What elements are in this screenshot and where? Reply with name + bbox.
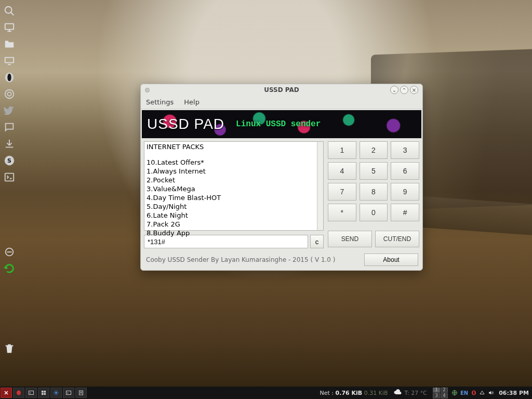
temperature: T: 27 °C bbox=[405, 390, 427, 396]
task-settings-icon[interactable] bbox=[50, 388, 62, 398]
svg-rect-20 bbox=[42, 391, 44, 393]
svg-line-1 bbox=[11, 12, 14, 16]
svg-point-31 bbox=[473, 391, 475, 395]
svg-rect-21 bbox=[44, 391, 46, 393]
response-textarea[interactable]: INTERNET PACKS 10.Latest Offers* 1.Alway… bbox=[144, 141, 324, 231]
close-button[interactable]: × bbox=[410, 86, 418, 94]
ws-3[interactable]: 3 bbox=[433, 393, 440, 398]
cut-end-button[interactable]: CUT/END bbox=[375, 231, 419, 247]
ussd-pad-window: USSD PAD ⌄ ⌃ × Settings Help USSD PAD Li… bbox=[140, 84, 423, 271]
about-button[interactable]: About bbox=[364, 254, 418, 266]
banner: USSD PAD Linux USSD sender bbox=[142, 110, 421, 138]
footer-text: Cooby USSD Sender By Layan Kumarasinghe … bbox=[146, 256, 359, 263]
task-files-icon[interactable] bbox=[38, 388, 49, 398]
globe-icon[interactable] bbox=[451, 390, 458, 396]
chat-icon[interactable] bbox=[2, 119, 17, 135]
send-button[interactable]: SEND bbox=[328, 231, 372, 247]
network-tray-icon[interactable] bbox=[479, 390, 485, 396]
task-terminal2-icon[interactable] bbox=[63, 388, 74, 398]
svg-rect-22 bbox=[42, 393, 44, 395]
key-6[interactable]: 6 bbox=[391, 162, 419, 180]
task-editor-icon[interactable] bbox=[75, 388, 87, 398]
twitter-icon[interactable] bbox=[2, 103, 17, 118]
key-2[interactable]: 2 bbox=[360, 141, 388, 159]
key-5[interactable]: 5 bbox=[360, 162, 388, 180]
refresh-icon[interactable] bbox=[2, 261, 17, 276]
skype-icon[interactable]: S bbox=[2, 153, 17, 168]
line: 8.Buddy App bbox=[147, 229, 321, 237]
svg-point-9 bbox=[5, 90, 14, 99]
clock[interactable]: 06:38 PM bbox=[499, 390, 529, 396]
svg-point-18 bbox=[17, 391, 21, 395]
net-down: 0.31 KiB bbox=[364, 390, 388, 396]
chrome-icon[interactable] bbox=[2, 86, 17, 102]
svg-point-24 bbox=[55, 392, 57, 394]
taskbar: Net : 0.76 KiB 0.31 KiB T: 27 °C 1 2 3 4… bbox=[0, 387, 532, 399]
minimize-all-icon[interactable] bbox=[2, 244, 17, 260]
svg-rect-2 bbox=[5, 24, 14, 30]
opera-icon[interactable] bbox=[2, 70, 17, 85]
ws-2[interactable]: 2 bbox=[441, 388, 448, 393]
minimize-button[interactable]: ⌄ bbox=[390, 86, 398, 94]
svg-rect-25 bbox=[66, 391, 71, 395]
svg-point-0 bbox=[5, 7, 12, 14]
volume-icon[interactable] bbox=[488, 390, 494, 396]
key-4[interactable]: 4 bbox=[328, 162, 356, 180]
svg-rect-5 bbox=[5, 58, 14, 63]
svg-point-10 bbox=[7, 92, 11, 96]
svg-rect-19 bbox=[29, 391, 34, 395]
keypad: 1 2 3 4 5 6 7 8 9 * 0 # SEND CUT/ bbox=[328, 141, 419, 248]
terminal-icon[interactable] bbox=[2, 169, 17, 185]
line: 3.Value&Mega bbox=[147, 184, 321, 193]
task-terminal-icon[interactable] bbox=[25, 388, 37, 398]
monitor-icon[interactable] bbox=[2, 20, 17, 35]
menu-settings[interactable]: Settings bbox=[146, 98, 174, 106]
trash-icon[interactable] bbox=[2, 341, 17, 356]
window-title: USSD PAD bbox=[141, 86, 422, 94]
ws-1[interactable]: 1 bbox=[433, 388, 440, 393]
line: 5.Day/Night bbox=[147, 202, 321, 211]
window-icon bbox=[145, 88, 150, 92]
svg-text:S: S bbox=[7, 157, 11, 164]
maximize-button[interactable]: ⌃ bbox=[400, 86, 408, 94]
line: 4.Day Time Blast-HOT bbox=[147, 193, 321, 202]
svg-rect-13 bbox=[5, 174, 14, 181]
response-lines: 10.Latest Offers* 1.Always Internet 2.Po… bbox=[147, 158, 321, 237]
scrollbar[interactable] bbox=[317, 142, 323, 230]
net-monitor: Net : 0.76 KiB 0.31 KiB bbox=[320, 390, 391, 396]
folder-icon[interactable] bbox=[2, 36, 17, 52]
svg-point-8 bbox=[7, 74, 11, 82]
key-8[interactable]: 8 bbox=[360, 183, 388, 201]
key-7[interactable]: 7 bbox=[328, 183, 356, 201]
svg-rect-23 bbox=[44, 393, 46, 395]
display-settings-icon[interactable] bbox=[2, 53, 17, 69]
response-header: INTERNET PACKS bbox=[147, 143, 321, 151]
download-icon[interactable] bbox=[2, 136, 17, 152]
banner-subtitle: Linux USSD sender bbox=[236, 119, 321, 129]
line: 2.Pocket bbox=[147, 176, 321, 184]
dock: S bbox=[0, 0, 19, 356]
search-icon[interactable] bbox=[2, 3, 17, 19]
key-0[interactable]: 0 bbox=[360, 204, 388, 221]
line: 6.Late Night bbox=[147, 211, 321, 220]
menubar: Settings Help bbox=[141, 96, 422, 109]
workspace-switcher[interactable]: 1 2 3 4 bbox=[433, 388, 448, 398]
keyboard-layout[interactable]: EN bbox=[460, 390, 468, 396]
key-3[interactable]: 3 bbox=[391, 141, 419, 159]
key-star[interactable]: * bbox=[328, 204, 356, 221]
key-9[interactable]: 9 bbox=[391, 183, 419, 201]
task-opera-icon[interactable] bbox=[13, 388, 24, 398]
line: 1.Always Internet bbox=[147, 167, 321, 176]
close-session-icon[interactable] bbox=[1, 388, 12, 398]
key-hash[interactable]: # bbox=[391, 204, 419, 221]
tray-opera-icon[interactable] bbox=[471, 390, 477, 396]
banner-title: USSD PAD bbox=[147, 116, 224, 132]
weather-icon[interactable] bbox=[393, 388, 403, 397]
line: 10.Latest Offers* bbox=[147, 158, 321, 167]
titlebar[interactable]: USSD PAD ⌄ ⌃ × bbox=[141, 84, 422, 96]
ws-4[interactable]: 4 bbox=[441, 393, 448, 398]
line: 7.Pack 2G bbox=[147, 220, 321, 229]
net-label: Net : bbox=[320, 390, 334, 396]
key-1[interactable]: 1 bbox=[328, 141, 356, 159]
menu-help[interactable]: Help bbox=[184, 98, 200, 106]
